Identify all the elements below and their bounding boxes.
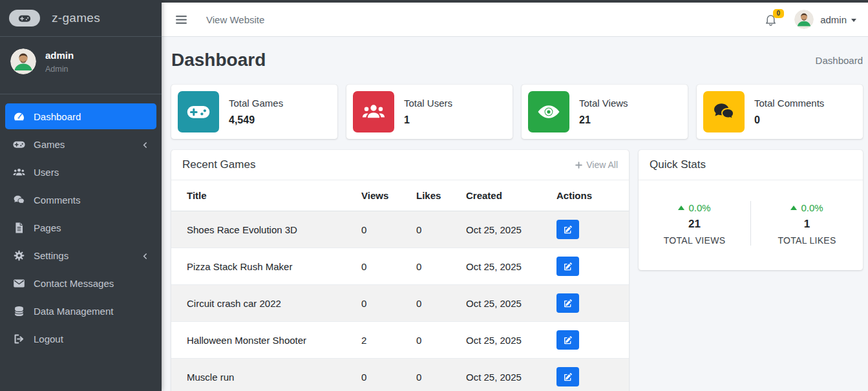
content: Dashboard Dashboard Total Games 4,549 To… xyxy=(162,37,868,391)
stat-card-label: Total Users xyxy=(404,98,452,109)
stat-value: 21 xyxy=(639,218,750,231)
edit-icon xyxy=(563,225,573,235)
sidebar-item-logout[interactable]: Logout xyxy=(5,326,156,352)
panels-row: Recent Games View All Title Views Likes … xyxy=(171,150,863,391)
recent-games-panel: Recent Games View All Title Views Likes … xyxy=(171,150,629,391)
table-header-row: Title Views Likes Created Actions xyxy=(171,180,629,211)
sidebar-item-data-management[interactable]: Data Management xyxy=(5,298,156,324)
game-title: Halloween Monster Shooter xyxy=(171,322,354,359)
game-views: 0 xyxy=(354,248,408,285)
edit-game-button[interactable] xyxy=(556,220,579,239)
sidebar-item-games[interactable]: Games xyxy=(5,131,156,157)
sidebar-item-label: Contact Messages xyxy=(34,278,114,289)
sidebar-item-settings[interactable]: Settings xyxy=(5,242,156,268)
game-likes: 0 xyxy=(408,359,458,391)
database-icon xyxy=(12,304,26,318)
table-row: Shoes Race Evolution 3D 0 0 Oct 25, 2025 xyxy=(171,211,629,248)
hamburger-menu-button[interactable] xyxy=(175,13,188,26)
edit-icon xyxy=(563,299,573,308)
quick-stat-views: 0.0% 21 TOTAL VIEWS xyxy=(639,201,751,246)
notifications-button[interactable]: 0 xyxy=(764,13,778,26)
column-header-likes: Likes xyxy=(408,180,458,211)
game-created: Oct 25, 2025 xyxy=(458,211,549,248)
game-title: Circuit crash car 2022 xyxy=(171,285,354,322)
sidebar-item-dashboard[interactable]: Dashboard xyxy=(5,103,156,129)
stat-card-value: 21 xyxy=(579,114,628,126)
hamburger-icon xyxy=(175,13,188,26)
panel-title: Recent Games xyxy=(182,158,255,171)
sidebar-item-label: Games xyxy=(34,139,65,150)
recent-games-table: Title Views Likes Created Actions Shoes … xyxy=(171,180,629,391)
edit-game-button[interactable] xyxy=(556,257,579,276)
caret-down-icon xyxy=(851,19,856,22)
user-name[interactable]: admin xyxy=(45,50,74,61)
edit-game-button[interactable] xyxy=(556,293,579,313)
envelope-icon xyxy=(12,277,26,290)
game-likes: 0 xyxy=(408,322,458,359)
sidebar-item-label: Dashboard xyxy=(34,111,81,122)
breadcrumb[interactable]: Dashboard xyxy=(816,55,863,66)
chevron-left-icon xyxy=(141,251,149,260)
edit-game-button[interactable] xyxy=(556,367,579,386)
user-menu[interactable]: admin xyxy=(794,10,856,29)
stat-label: TOTAL LIKES xyxy=(751,235,863,246)
stat-cards: Total Games 4,549 Total Users 1 Total Vi… xyxy=(171,85,863,139)
column-header-title: Title xyxy=(171,180,354,211)
stat-card-label: Total Comments xyxy=(754,98,824,109)
stat-card-total-comments: Total Comments 0 xyxy=(697,85,863,139)
game-title: Pizza Stack Rush Maker xyxy=(171,248,354,285)
caret-up-icon xyxy=(790,206,797,210)
game-views: 2 xyxy=(354,322,408,359)
game-views: 0 xyxy=(354,211,408,248)
stat-card-total-views: Total Views 21 xyxy=(522,85,688,139)
username-label: admin xyxy=(820,14,847,25)
stat-card-label: Total Views xyxy=(579,98,628,109)
sidebar-item-label: Comments xyxy=(34,195,81,206)
quick-stats-panel: Quick Stats 0.0% 21 TOTAL VIEWS 0.0% 1 T… xyxy=(639,150,863,270)
sidebar-item-users[interactable]: Users xyxy=(5,159,156,185)
page-head: Dashboard Dashboard xyxy=(171,47,863,70)
stat-card-total-users: Total Users 1 xyxy=(346,85,513,139)
sidebar-nav: Dashboard Games Users Comments Pages Set… xyxy=(0,94,162,391)
eye-icon xyxy=(528,91,569,132)
table-row: Pizza Stack Rush Maker 0 0 Oct 25, 2025 xyxy=(171,248,629,285)
game-created: Oct 25, 2025 xyxy=(458,359,549,391)
topbar-right: 0 admin xyxy=(764,10,856,29)
edit-icon xyxy=(563,335,573,345)
stat-card-value: 4,549 xyxy=(229,114,283,126)
sidebar: z-games admin Admin Dashboard Games User… xyxy=(0,0,162,391)
stat-value: 1 xyxy=(751,218,863,231)
quick-stats-header: Quick Stats xyxy=(639,150,863,180)
stat-change: 0.0% xyxy=(801,202,823,213)
game-title: Muscle run xyxy=(171,359,354,391)
gamepad-logo-icon xyxy=(9,10,40,26)
logout-icon xyxy=(12,332,26,346)
sidebar-item-label: Data Management xyxy=(34,306,113,317)
game-created: Oct 25, 2025 xyxy=(458,322,549,359)
users-icon xyxy=(353,91,394,132)
table-row: Muscle run 0 0 Oct 25, 2025 xyxy=(171,359,629,391)
comments-icon xyxy=(703,91,745,132)
view-website-link[interactable]: View Website xyxy=(206,14,264,25)
topbar: View Website 0 admin xyxy=(162,0,868,37)
sidebar-item-comments[interactable]: Comments xyxy=(5,187,156,213)
gear-icon xyxy=(12,249,26,262)
users-icon xyxy=(12,165,26,179)
edit-game-button[interactable] xyxy=(556,330,579,350)
view-all-link[interactable]: View All xyxy=(575,160,618,170)
game-title: Shoes Race Evolution 3D xyxy=(171,211,354,248)
panel-title: Quick Stats xyxy=(650,158,706,171)
stat-change: 0.0% xyxy=(688,202,710,213)
main-area: View Website 0 admin Dashboard Dashboard xyxy=(162,0,868,391)
brand[interactable]: z-games xyxy=(0,0,162,37)
brand-name: z-games xyxy=(52,11,100,25)
column-header-views: Views xyxy=(354,180,408,211)
notification-badge: 0 xyxy=(773,9,785,18)
caret-up-icon xyxy=(678,206,684,210)
plus-icon xyxy=(575,161,583,169)
sidebar-item-pages[interactable]: Pages xyxy=(5,215,156,240)
table-row: Circuit crash car 2022 0 0 Oct 25, 2025 xyxy=(171,285,629,322)
sidebar-item-label: Settings xyxy=(34,250,69,261)
sidebar-item-contact-messages[interactable]: Contact Messages xyxy=(5,270,156,296)
gamepad-icon xyxy=(12,138,26,151)
